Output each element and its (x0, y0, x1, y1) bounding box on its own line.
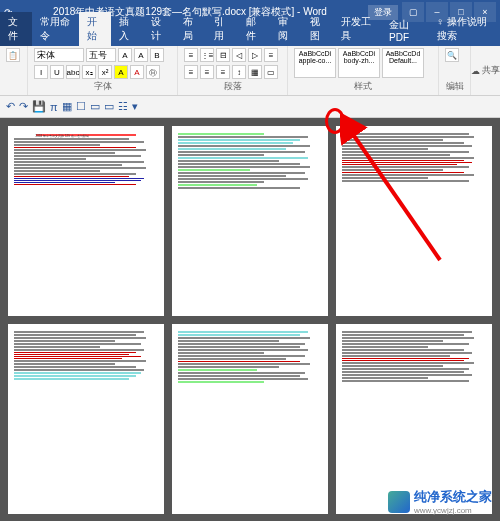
watermark-brand: 纯净系统之家 (414, 488, 492, 506)
tab-insert[interactable]: 插入 (111, 12, 143, 46)
tab-view[interactable]: 视图 (302, 12, 334, 46)
page-thumbnail[interactable] (172, 126, 328, 316)
page-thumbnail[interactable] (172, 324, 328, 514)
align-right-button[interactable]: ≡ (200, 65, 214, 79)
font-group-label: 字体 (34, 80, 171, 93)
watermark-logo-icon (388, 491, 410, 513)
tab-design[interactable]: 设计 (143, 12, 175, 46)
editing-group-label: 编辑 (445, 80, 464, 93)
watermark: 纯净系统之家 www.ycwjzj.com (388, 488, 492, 515)
document-canvas[interactable]: 2018 年中考语文真题 129 套—名句默写 (0, 118, 500, 521)
tab-common[interactable]: 常用命令 (32, 12, 80, 46)
increase-font-button[interactable]: A (118, 48, 132, 62)
ribbon: 📋 宋体 五号 A A B I U abc x₂ x² A A ㊐ 字体 ≡ ⋮… (0, 46, 500, 96)
paragraph-group-label: 段落 (184, 80, 281, 93)
italic-button[interactable]: I (34, 65, 48, 79)
watermark-url: www.ycwjzj.com (414, 506, 492, 515)
style-item[interactable]: AaBbCcDiapple-co... (294, 48, 336, 78)
undo-icon[interactable]: ↶ (6, 100, 15, 113)
shape-icon[interactable]: ☷ (118, 100, 128, 113)
multilevel-button[interactable]: ⊟ (216, 48, 230, 62)
superscript-button[interactable]: x² (98, 65, 112, 79)
style-item[interactable]: AaBbCcDdDefault... (382, 48, 424, 78)
tab-file[interactable]: 文件 (0, 12, 32, 46)
font-size-select[interactable]: 五号 (86, 48, 116, 62)
img-icon[interactable]: ▭ (104, 100, 114, 113)
underline-button[interactable]: U (50, 65, 64, 79)
page-thumbnail[interactable]: 2018 年中考语文真题 129 套—名句默写 (8, 126, 164, 316)
styles-group-label: 样式 (294, 80, 432, 93)
bullets-button[interactable]: ≡ (184, 48, 198, 62)
borders-button[interactable]: ▭ (264, 65, 278, 79)
line-spacing-button[interactable]: ↕ (232, 65, 246, 79)
table-icon[interactable]: ▦ (62, 100, 72, 113)
tab-home[interactable]: 开始 (79, 12, 111, 46)
decrease-indent-button[interactable]: ◁ (232, 48, 246, 62)
pi-icon[interactable]: π (50, 101, 58, 113)
highlight-button[interactable]: A (114, 65, 128, 79)
paste-button[interactable]: 📋 (6, 48, 20, 62)
shading-button[interactable]: ▦ (248, 65, 262, 79)
page-title: 2018 年中考语文真题 129 套—名句默写 (36, 134, 137, 136)
text-effects-button[interactable]: x₂ (82, 65, 96, 79)
doc-icon[interactable]: ☐ (76, 100, 86, 113)
numbering-button[interactable]: ⋮≡ (200, 48, 214, 62)
justify-button[interactable]: ≡ (216, 65, 230, 79)
font-family-select[interactable]: 宋体 (34, 48, 84, 62)
font-color-button[interactable]: A (130, 65, 144, 79)
tab-pdf[interactable]: 金山PDF (381, 15, 429, 46)
chart-icon[interactable]: ▭ (90, 100, 100, 113)
redo-icon[interactable]: ↷ (19, 100, 28, 113)
tell-me[interactable]: ♀ 操作说明搜索 (429, 12, 500, 46)
tab-references[interactable]: 引用 (206, 12, 238, 46)
decrease-font-button[interactable]: A (134, 48, 148, 62)
tab-review[interactable]: 审阅 (270, 12, 302, 46)
page-thumbnail[interactable] (8, 324, 164, 514)
tab-developer[interactable]: 开发工具 (333, 12, 381, 46)
char-shading-button[interactable]: ㊐ (146, 65, 160, 79)
quick-access-toolbar: ↶ ↷ 💾 π ▦ ☐ ▭ ▭ ☷ ▾ (0, 96, 500, 118)
align-center-button[interactable]: ≡ (184, 65, 198, 79)
find-button[interactable]: 🔍 (445, 48, 459, 62)
bold-button[interactable]: B (150, 48, 164, 62)
page-thumbnail[interactable] (336, 126, 492, 316)
ribbon-tabs: 文件 常用命令 开始 插入 设计 布局 引用 邮件 审阅 视图 开发工具 金山P… (0, 24, 500, 46)
more-icon[interactable]: ▾ (132, 100, 138, 113)
tab-layout[interactable]: 布局 (175, 12, 207, 46)
align-left-button[interactable]: ≡ (264, 48, 278, 62)
style-item[interactable]: AaBbCcDibody-zh... (338, 48, 380, 78)
share-button[interactable]: ☁ 共享 (471, 46, 500, 95)
strikethrough-button[interactable]: abc (66, 65, 80, 79)
increase-indent-button[interactable]: ▷ (248, 48, 262, 62)
save-icon[interactable]: 💾 (32, 100, 46, 113)
tab-mailings[interactable]: 邮件 (238, 12, 270, 46)
page-thumbnail[interactable] (336, 324, 492, 514)
